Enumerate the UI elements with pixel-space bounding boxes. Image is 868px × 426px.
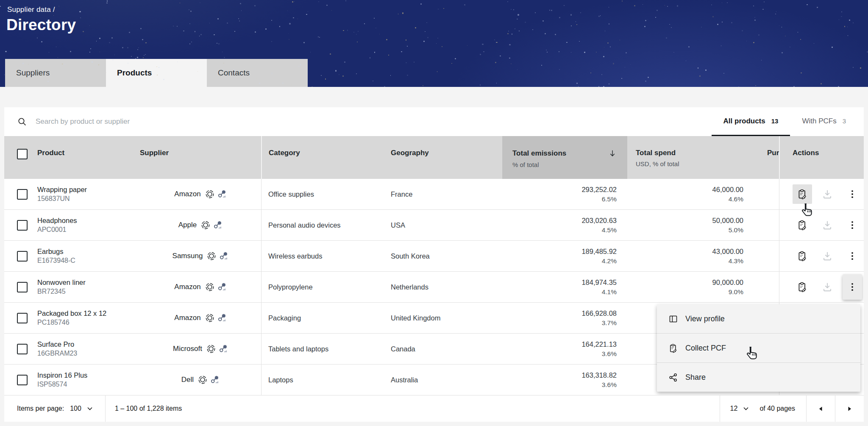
spend-cell: 43,000.004.3% [627, 241, 754, 271]
supplier-engagement-icon [201, 220, 210, 230]
supplier-name: Amazon [174, 190, 200, 198]
product-name: Surface Pro [37, 340, 136, 349]
page-number-select[interactable]: 12 [720, 395, 760, 422]
spend-cell: 46,000.004.6% [627, 179, 754, 209]
collect-pcf-button[interactable] [793, 215, 812, 235]
next-page-button[interactable] [835, 395, 864, 422]
previous-page-button[interactable] [807, 395, 835, 422]
purchases-cell-clipped [754, 179, 779, 209]
overflow-menu-icon [847, 281, 858, 292]
caret-left-icon [817, 405, 824, 412]
product-code: E1673948-C [37, 256, 136, 265]
filter-tab-count: 3 [843, 117, 846, 125]
filter-tab-label: All products [723, 117, 765, 125]
collect-pcf-icon [668, 343, 678, 353]
filter-tabs: All products 13 With PCFs 3 [712, 107, 864, 136]
row-checkbox[interactable] [4, 241, 29, 271]
supplier-name: Amazon [174, 283, 200, 291]
overflow-menu-button[interactable] [843, 246, 862, 266]
product-name: Headphones [37, 216, 136, 225]
column-header-product[interactable]: Product [37, 149, 64, 157]
row-checkbox[interactable] [4, 303, 29, 333]
breadcrumb[interactable]: Supplier data / [7, 6, 55, 14]
pagination-range: 1 – 100 of 1,228 items [106, 405, 182, 412]
download-button[interactable] [818, 184, 837, 204]
emissions-cell: 293,252.026.5% [502, 179, 627, 209]
supplier-engagement-icon [205, 313, 214, 323]
geography-cell: France [384, 179, 502, 209]
tab-products[interactable]: Products [106, 59, 207, 87]
column-header-total-spend[interactable]: Total spend USD, % of total [627, 136, 754, 179]
product-code: ISP58574 [37, 380, 136, 389]
emissions-cell: 166,928.083.7% [502, 303, 627, 333]
column-header-category[interactable]: Category [269, 149, 300, 157]
supplier-engagement-icon [207, 251, 216, 261]
emissions-cell: 184,974.354.1% [502, 272, 627, 302]
caret-right-icon [846, 405, 853, 412]
download-icon [822, 189, 833, 200]
product-name: Inspiron 16 Plus [37, 370, 136, 380]
main-tabs: Suppliers Products Contacts [5, 59, 308, 87]
row-checkbox[interactable] [4, 210, 29, 240]
supplier-connection-icon [219, 344, 228, 354]
column-header-supplier[interactable]: Supplier [140, 149, 169, 157]
table-row[interactable]: HeadphonesAPC0001 Apple Personal audio d… [4, 209, 864, 240]
product-code: APC0001 [37, 225, 136, 234]
menu-item-view-profile[interactable]: View profile [657, 304, 860, 333]
chevron-down-icon [743, 405, 749, 412]
row-checkbox[interactable] [4, 272, 29, 302]
row-checkbox[interactable] [4, 365, 29, 395]
supplier-engagement-icon [205, 282, 214, 292]
collect-pcf-button[interactable] [793, 277, 812, 297]
row-checkbox[interactable] [4, 334, 29, 364]
product-code: PC185746 [37, 318, 136, 327]
menu-item-share[interactable]: Share [657, 362, 860, 392]
download-button[interactable] [818, 215, 837, 235]
search-row: All products 13 With PCFs 3 [4, 107, 864, 136]
column-header-total-emissions[interactable]: Total emissions % of total [502, 136, 627, 179]
row-context-menu: View profile Collect PCF Share [657, 304, 860, 392]
product-code: BR72345 [37, 287, 136, 296]
table-row[interactable]: Nonwoven linerBR72345 Amazon Polypropyle… [4, 271, 864, 302]
emissions-cell: 203,020.634.5% [502, 210, 627, 240]
geography-cell: USA [384, 210, 502, 240]
product-code: 156837UN [37, 194, 136, 203]
share-icon [668, 373, 678, 382]
open-panel-icon [668, 314, 678, 324]
emissions-cell: 163,318.823.6% [502, 365, 627, 395]
column-header-geography[interactable]: Geography [391, 149, 429, 157]
overflow-menu-button[interactable] [843, 274, 862, 300]
row-checkbox[interactable] [4, 179, 29, 209]
collect-pcf-button[interactable] [793, 246, 812, 266]
items-per-page-select[interactable]: 100 [70, 405, 93, 412]
search-icon [17, 117, 27, 127]
supplier-connection-icon [213, 220, 223, 230]
supplier-name: Amazon [174, 314, 200, 322]
supplier-engagement-icon [198, 375, 207, 384]
overflow-menu-button[interactable] [843, 184, 862, 204]
geography-cell: Netherlands [384, 272, 502, 302]
select-all-checkbox[interactable] [4, 136, 29, 179]
download-button[interactable] [818, 246, 837, 266]
purchases-cell-clipped [754, 272, 779, 302]
column-header-actions: Actions [793, 149, 819, 157]
geography-cell: Canada [384, 334, 502, 364]
row-actions [779, 179, 864, 209]
page-root: Supplier data / Directory Suppliers Prod… [0, 0, 868, 426]
header-banner: Supplier data / Directory Suppliers Prod… [0, 0, 868, 87]
emissions-cell: 189,485.924.2% [502, 241, 627, 271]
tab-contacts[interactable]: Contacts [207, 59, 308, 87]
collect-pcf-button[interactable] [793, 184, 812, 204]
overflow-menu-button[interactable] [843, 215, 862, 235]
supplier-name: Samsung [172, 252, 203, 260]
table-row[interactable]: Wrapping paper156837UN Amazon Office sup… [4, 179, 864, 209]
download-button[interactable] [818, 277, 837, 297]
filter-tab-with-pcfs[interactable]: With PCFs 3 [790, 107, 858, 136]
search-input[interactable] [35, 117, 712, 126]
tab-suppliers[interactable]: Suppliers [5, 59, 106, 87]
product-name: Wrapping paper [37, 185, 136, 194]
table-row[interactable]: EarbugsE1673948-C Samsung Wireless earbu… [4, 240, 864, 271]
menu-item-collect-pcf[interactable]: Collect PCF [657, 333, 860, 362]
filter-tab-all-products[interactable]: All products 13 [712, 107, 790, 136]
collect-pcf-icon [797, 220, 808, 231]
